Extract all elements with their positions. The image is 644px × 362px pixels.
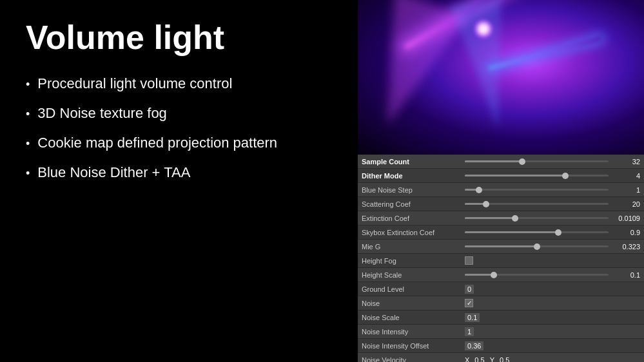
property-row: Sample Count32 [358, 155, 644, 169]
property-row: Extinction Coef0.0109 [358, 211, 644, 225]
property-label: Skybox Extinction Coef [362, 229, 465, 236]
property-value: 32 [611, 158, 640, 166]
property-label: Noise Scale [362, 314, 465, 321]
slider-track[interactable] [465, 217, 609, 219]
property-label: Noise Intensity [362, 328, 465, 336]
property-control: 0 [465, 285, 640, 294]
text-value: 0 [465, 285, 474, 294]
property-control[interactable]: 4 [465, 172, 640, 180]
property-control: 0.1 [465, 313, 640, 322]
text-value: 0.1 [465, 313, 480, 322]
bullet-text: 3D Noise texture fog [37, 105, 167, 122]
property-control[interactable]: 0.323 [465, 243, 640, 251]
bullet-text: Procedural light volume control [37, 75, 232, 92]
property-label: Mie G [362, 243, 465, 251]
slider-thumb[interactable] [562, 173, 569, 179]
property-value: 0.1 [611, 271, 640, 279]
slider-fill [465, 231, 558, 233]
property-control: X0.5Y0.5 [465, 356, 640, 363]
x-label: X [465, 356, 469, 363]
property-value: 0.9 [611, 229, 640, 236]
property-value: 0.323 [611, 243, 640, 251]
xy-value: X0.5Y0.5 [465, 356, 509, 363]
slider-fill [465, 160, 522, 162]
property-row: Height Scale0.1 [358, 268, 644, 282]
slider-thumb[interactable] [491, 272, 497, 278]
property-label: Dither Mode [362, 172, 465, 180]
slider-track[interactable] [465, 175, 609, 176]
light-source [474, 19, 493, 39]
slider-thumb[interactable] [555, 229, 561, 236]
properties-panel: Sample Count32Dither Mode4Blue Noise Ste… [358, 155, 644, 362]
slider-track[interactable] [465, 245, 609, 247]
property-row: Scattering Coef20 [358, 197, 644, 211]
page-title: Volume light [26, 19, 332, 56]
property-control[interactable] [465, 256, 640, 265]
property-control: 0.36 [465, 341, 640, 350]
property-label: Noise Velocity [362, 356, 465, 363]
bullet-item: •Cookie map defined projection pattern [26, 135, 332, 151]
y-value: 0.5 [500, 356, 509, 363]
property-control[interactable]: ✓ [465, 299, 640, 307]
property-row: Noise Intensity Offset0.36 [358, 339, 644, 353]
slider-thumb[interactable] [476, 187, 482, 193]
property-row: Mie G0.323 [358, 240, 644, 254]
left-panel: Volume light •Procedural light volume co… [0, 0, 358, 362]
x-value: 0.5 [474, 356, 484, 363]
checkbox[interactable] [465, 256, 473, 265]
slider-thumb[interactable] [512, 215, 518, 222]
property-control[interactable]: 1 [465, 186, 640, 194]
bullet-item: •Blue Noise Dither + TAA [26, 164, 332, 181]
property-row: Ground Level0 [358, 282, 644, 296]
property-label: Scattering Coef [362, 200, 465, 208]
bullet-text: Cookie map defined projection pattern [37, 135, 277, 151]
property-control: 1 [465, 327, 640, 336]
property-control[interactable]: 0.9 [465, 229, 640, 236]
property-label: Noise [362, 300, 465, 307]
light-beam-1 [358, 0, 468, 138]
property-row: Skybox Extinction Coef0.9 [358, 225, 644, 240]
slider-fill [465, 274, 494, 276]
property-row: Blue Noise Step1 [358, 183, 644, 197]
property-row: Height Fog [358, 254, 644, 268]
property-value: 1 [611, 186, 640, 194]
bullet-dot: • [26, 137, 30, 151]
property-label: Extinction Coef [362, 214, 465, 222]
slider-track[interactable] [465, 189, 609, 191]
slider-fill [465, 175, 565, 176]
property-control[interactable]: 20 [465, 200, 640, 208]
background-image [358, 0, 644, 155]
slider-fill [465, 245, 537, 247]
slider-track[interactable] [465, 203, 609, 205]
property-label: Ground Level [362, 285, 465, 293]
property-row: Noise Scale0.1 [358, 310, 644, 325]
bullet-text: Blue Noise Dither + TAA [37, 164, 190, 181]
slider-track[interactable] [465, 160, 609, 162]
right-panel: Sample Count32Dither Mode4Blue Noise Ste… [358, 0, 644, 362]
property-control[interactable]: 0.0109 [465, 214, 640, 222]
bullet-item: •Procedural light volume control [26, 75, 332, 92]
text-value: 0.36 [465, 341, 483, 350]
property-label: Height Fog [362, 257, 465, 265]
bullet-list: •Procedural light volume control•3D Nois… [26, 75, 332, 181]
slider-track[interactable] [465, 274, 609, 276]
property-label: Sample Count [362, 158, 465, 166]
property-control[interactable]: 32 [465, 158, 640, 166]
slider-thumb[interactable] [534, 243, 540, 250]
property-value: 20 [611, 200, 640, 208]
property-row: Dither Mode4 [358, 169, 644, 183]
slider-thumb[interactable] [483, 201, 489, 207]
slider-track[interactable] [465, 231, 609, 233]
bullet-dot: • [26, 78, 30, 91]
property-control[interactable]: 0.1 [465, 271, 640, 279]
y-label: Y [490, 356, 494, 363]
bullet-item: •3D Noise texture fog [26, 105, 332, 122]
property-label: Blue Noise Step [362, 186, 465, 194]
property-row: Noise Intensity1 [358, 325, 644, 339]
slider-fill [465, 217, 515, 219]
slider-thumb[interactable] [519, 158, 525, 165]
text-value: 1 [465, 327, 474, 336]
property-value: 4 [611, 172, 640, 180]
property-value: 0.0109 [611, 214, 640, 222]
checkbox[interactable]: ✓ [465, 299, 473, 307]
